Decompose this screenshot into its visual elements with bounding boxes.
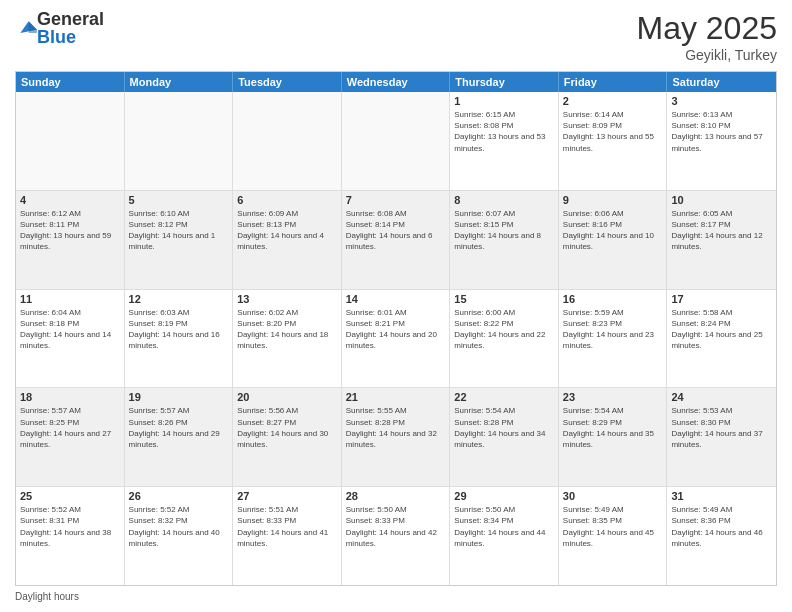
day-number: 3 (671, 95, 772, 107)
day-number: 18 (20, 391, 120, 403)
day-info: Sunrise: 5:54 AM Sunset: 8:28 PM Dayligh… (454, 405, 554, 450)
calendar-cell: 13Sunrise: 6:02 AM Sunset: 8:20 PM Dayli… (233, 290, 342, 388)
header: General Blue May 2025 Geyikli, Turkey (15, 10, 777, 63)
calendar-cell: 6Sunrise: 6:09 AM Sunset: 8:13 PM Daylig… (233, 191, 342, 289)
calendar-cell: 7Sunrise: 6:08 AM Sunset: 8:14 PM Daylig… (342, 191, 451, 289)
logo-text: General Blue (37, 10, 104, 46)
calendar-cell: 22Sunrise: 5:54 AM Sunset: 8:28 PM Dayli… (450, 388, 559, 486)
header-day-friday: Friday (559, 72, 668, 92)
day-info: Sunrise: 5:50 AM Sunset: 8:33 PM Dayligh… (346, 504, 446, 549)
day-number: 20 (237, 391, 337, 403)
logo-icon (17, 18, 37, 38)
day-number: 22 (454, 391, 554, 403)
day-number: 29 (454, 490, 554, 502)
day-number: 13 (237, 293, 337, 305)
calendar-cell: 24Sunrise: 5:53 AM Sunset: 8:30 PM Dayli… (667, 388, 776, 486)
calendar-row: 1Sunrise: 6:15 AM Sunset: 8:08 PM Daylig… (16, 92, 776, 191)
calendar-header: SundayMondayTuesdayWednesdayThursdayFrid… (16, 72, 776, 92)
calendar-cell: 8Sunrise: 6:07 AM Sunset: 8:15 PM Daylig… (450, 191, 559, 289)
calendar-cell: 5Sunrise: 6:10 AM Sunset: 8:12 PM Daylig… (125, 191, 234, 289)
day-number: 10 (671, 194, 772, 206)
day-number: 24 (671, 391, 772, 403)
day-number: 17 (671, 293, 772, 305)
day-info: Sunrise: 5:59 AM Sunset: 8:23 PM Dayligh… (563, 307, 663, 352)
calendar-cell: 30Sunrise: 5:49 AM Sunset: 8:35 PM Dayli… (559, 487, 668, 585)
header-day-thursday: Thursday (450, 72, 559, 92)
day-info: Sunrise: 6:03 AM Sunset: 8:19 PM Dayligh… (129, 307, 229, 352)
day-info: Sunrise: 5:57 AM Sunset: 8:26 PM Dayligh… (129, 405, 229, 450)
day-number: 4 (20, 194, 120, 206)
calendar-row: 18Sunrise: 5:57 AM Sunset: 8:25 PM Dayli… (16, 388, 776, 487)
location: Geyikli, Turkey (636, 47, 777, 63)
calendar-cell (125, 92, 234, 190)
calendar-cell: 17Sunrise: 5:58 AM Sunset: 8:24 PM Dayli… (667, 290, 776, 388)
footer: Daylight hours (15, 591, 777, 602)
calendar-body: 1Sunrise: 6:15 AM Sunset: 8:08 PM Daylig… (16, 92, 776, 585)
day-number: 28 (346, 490, 446, 502)
day-info: Sunrise: 6:04 AM Sunset: 8:18 PM Dayligh… (20, 307, 120, 352)
calendar-cell: 12Sunrise: 6:03 AM Sunset: 8:19 PM Dayli… (125, 290, 234, 388)
calendar-cell: 10Sunrise: 6:05 AM Sunset: 8:17 PM Dayli… (667, 191, 776, 289)
header-day-sunday: Sunday (16, 72, 125, 92)
day-info: Sunrise: 5:49 AM Sunset: 8:35 PM Dayligh… (563, 504, 663, 549)
calendar-row: 25Sunrise: 5:52 AM Sunset: 8:31 PM Dayli… (16, 487, 776, 585)
day-number: 2 (563, 95, 663, 107)
daylight-label: Daylight hours (15, 591, 79, 602)
header-day-monday: Monday (125, 72, 234, 92)
day-info: Sunrise: 6:10 AM Sunset: 8:12 PM Dayligh… (129, 208, 229, 253)
day-number: 8 (454, 194, 554, 206)
calendar-cell (16, 92, 125, 190)
calendar-cell (233, 92, 342, 190)
day-info: Sunrise: 6:14 AM Sunset: 8:09 PM Dayligh… (563, 109, 663, 154)
calendar-cell: 9Sunrise: 6:06 AM Sunset: 8:16 PM Daylig… (559, 191, 668, 289)
day-number: 15 (454, 293, 554, 305)
day-info: Sunrise: 5:51 AM Sunset: 8:33 PM Dayligh… (237, 504, 337, 549)
day-number: 12 (129, 293, 229, 305)
calendar-cell: 11Sunrise: 6:04 AM Sunset: 8:18 PM Dayli… (16, 290, 125, 388)
day-info: Sunrise: 5:55 AM Sunset: 8:28 PM Dayligh… (346, 405, 446, 450)
calendar-cell: 19Sunrise: 5:57 AM Sunset: 8:26 PM Dayli… (125, 388, 234, 486)
day-info: Sunrise: 5:52 AM Sunset: 8:31 PM Dayligh… (20, 504, 120, 549)
day-info: Sunrise: 6:00 AM Sunset: 8:22 PM Dayligh… (454, 307, 554, 352)
day-number: 19 (129, 391, 229, 403)
day-info: Sunrise: 5:49 AM Sunset: 8:36 PM Dayligh… (671, 504, 772, 549)
page: General Blue May 2025 Geyikli, Turkey Su… (0, 0, 792, 612)
calendar-cell: 20Sunrise: 5:56 AM Sunset: 8:27 PM Dayli… (233, 388, 342, 486)
logo: General Blue (15, 10, 104, 46)
logo-blue: Blue (37, 28, 104, 46)
day-number: 27 (237, 490, 337, 502)
day-info: Sunrise: 5:54 AM Sunset: 8:29 PM Dayligh… (563, 405, 663, 450)
day-number: 1 (454, 95, 554, 107)
calendar-cell: 4Sunrise: 6:12 AM Sunset: 8:11 PM Daylig… (16, 191, 125, 289)
calendar-cell: 23Sunrise: 5:54 AM Sunset: 8:29 PM Dayli… (559, 388, 668, 486)
day-info: Sunrise: 5:53 AM Sunset: 8:30 PM Dayligh… (671, 405, 772, 450)
calendar-cell: 3Sunrise: 6:13 AM Sunset: 8:10 PM Daylig… (667, 92, 776, 190)
day-info: Sunrise: 6:09 AM Sunset: 8:13 PM Dayligh… (237, 208, 337, 253)
day-number: 31 (671, 490, 772, 502)
calendar-cell: 26Sunrise: 5:52 AM Sunset: 8:32 PM Dayli… (125, 487, 234, 585)
day-info: Sunrise: 5:56 AM Sunset: 8:27 PM Dayligh… (237, 405, 337, 450)
calendar-cell: 1Sunrise: 6:15 AM Sunset: 8:08 PM Daylig… (450, 92, 559, 190)
day-number: 16 (563, 293, 663, 305)
day-number: 14 (346, 293, 446, 305)
calendar-row: 11Sunrise: 6:04 AM Sunset: 8:18 PM Dayli… (16, 290, 776, 389)
calendar-row: 4Sunrise: 6:12 AM Sunset: 8:11 PM Daylig… (16, 191, 776, 290)
day-info: Sunrise: 5:57 AM Sunset: 8:25 PM Dayligh… (20, 405, 120, 450)
day-number: 21 (346, 391, 446, 403)
calendar-cell: 18Sunrise: 5:57 AM Sunset: 8:25 PM Dayli… (16, 388, 125, 486)
day-info: Sunrise: 6:01 AM Sunset: 8:21 PM Dayligh… (346, 307, 446, 352)
calendar: SundayMondayTuesdayWednesdayThursdayFrid… (15, 71, 777, 586)
header-day-saturday: Saturday (667, 72, 776, 92)
day-info: Sunrise: 6:05 AM Sunset: 8:17 PM Dayligh… (671, 208, 772, 253)
calendar-cell: 29Sunrise: 5:50 AM Sunset: 8:34 PM Dayli… (450, 487, 559, 585)
day-info: Sunrise: 6:06 AM Sunset: 8:16 PM Dayligh… (563, 208, 663, 253)
header-day-tuesday: Tuesday (233, 72, 342, 92)
calendar-cell: 21Sunrise: 5:55 AM Sunset: 8:28 PM Dayli… (342, 388, 451, 486)
month-year: May 2025 (636, 10, 777, 47)
day-number: 23 (563, 391, 663, 403)
calendar-cell: 28Sunrise: 5:50 AM Sunset: 8:33 PM Dayli… (342, 487, 451, 585)
day-number: 7 (346, 194, 446, 206)
day-info: Sunrise: 6:02 AM Sunset: 8:20 PM Dayligh… (237, 307, 337, 352)
day-info: Sunrise: 6:15 AM Sunset: 8:08 PM Dayligh… (454, 109, 554, 154)
calendar-cell: 15Sunrise: 6:00 AM Sunset: 8:22 PM Dayli… (450, 290, 559, 388)
